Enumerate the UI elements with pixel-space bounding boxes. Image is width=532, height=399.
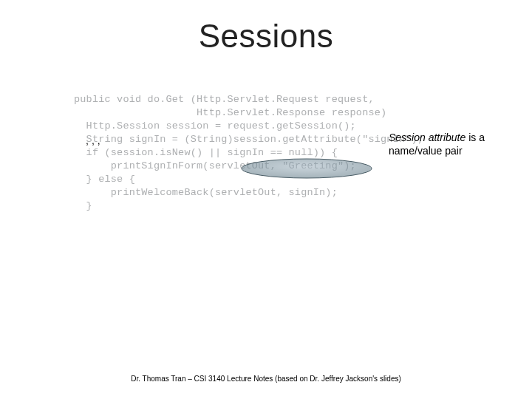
code-line: } xyxy=(74,200,458,213)
code-line: } else { xyxy=(74,173,458,186)
page-title: Sessions xyxy=(0,18,532,55)
code-line: Http.Servlet.Response response) xyxy=(74,106,458,120)
slide: Sessions public void do.Get (Http.Servle… xyxy=(0,0,532,399)
code-line: public void do.Get (Http.Servlet.Request… xyxy=(74,93,458,106)
code-line: printWelcomeBack(servletOut, signIn); xyxy=(74,186,458,200)
footer-text: Dr. Thomas Tran – CSI 3140 Lecture Notes… xyxy=(0,375,532,383)
code-line: printSignInForm(servletOut, "Greeting"); xyxy=(74,160,458,173)
annotation-italic: Session attribute xyxy=(389,132,466,143)
annotation-text: Session attribute is a name/value pair xyxy=(389,131,522,157)
ellipsis-marker: ,,, xyxy=(86,134,103,146)
